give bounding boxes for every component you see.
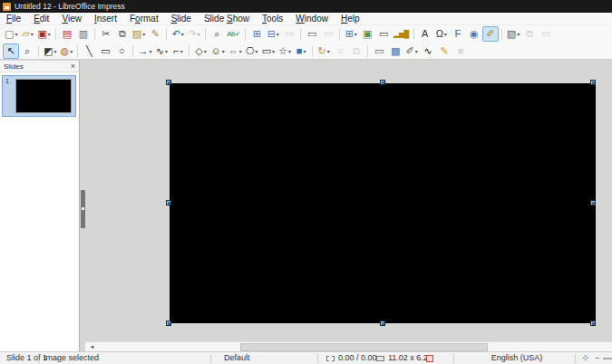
new-document-button[interactable]: ▢▾ <box>3 26 19 42</box>
new-slide-button[interactable]: ▧▾ <box>505 26 521 42</box>
save-button[interactable]: ▣▾ <box>35 26 52 42</box>
menu-file[interactable]: File <box>0 13 27 25</box>
selection-handle-top-right[interactable] <box>590 80 596 85</box>
find-and-replace-button[interactable]: ⌕ <box>209 26 225 42</box>
slide-thumbnail-1[interactable]: 1 <box>3 76 75 116</box>
insert-table-button[interactable]: ⊞▾ <box>343 26 359 42</box>
basic-shapes-button[interactable]: ◇▾ <box>192 43 209 59</box>
horizontal-scrollbar-thumb[interactable] <box>240 343 488 351</box>
flowchart-shapes-button[interactable]: ⎔▾ <box>244 43 260 59</box>
star-shapes-button[interactable]: ☆▾ <box>277 43 293 59</box>
symbol-shapes-button[interactable]: ☺▾ <box>209 43 226 59</box>
3d-objects-button[interactable]: ■▾ <box>293 43 309 59</box>
dropdown-arrow-icon[interactable]: ▾ <box>53 48 56 54</box>
dropdown-arrow-icon[interactable]: ▾ <box>222 48 225 54</box>
connectors-button[interactable]: ⌐▾ <box>170 43 186 59</box>
dropdown-arrow-icon[interactable]: ▾ <box>272 48 275 54</box>
menu-slide[interactable]: Slide <box>165 13 198 25</box>
line-color-button[interactable]: ◩▾ <box>42 43 58 59</box>
glue-points-button[interactable]: ✎ <box>436 43 452 59</box>
dropdown-arrow-icon[interactable]: ▾ <box>204 48 207 54</box>
selection-handle-bottom-left[interactable] <box>166 321 171 326</box>
dropdown-arrow-icon[interactable]: ▾ <box>303 48 306 54</box>
language-status[interactable]: English (USA) <box>462 352 571 364</box>
dropdown-arrow-icon[interactable]: ▾ <box>165 48 168 54</box>
selection-handle-middle-right[interactable] <box>590 200 596 206</box>
copy-button[interactable]: ⧉ <box>114 26 131 42</box>
menu-view[interactable]: View <box>55 13 88 25</box>
export-pdf-button[interactable]: ▤ <box>59 26 75 42</box>
zoom-out-icon[interactable]: − <box>595 352 599 364</box>
fit-slide-icon[interactable]: ⊹ <box>582 352 589 364</box>
selected-black-image[interactable] <box>170 83 596 323</box>
dropdown-arrow-icon[interactable]: ▾ <box>277 31 279 37</box>
dropdown-arrow-icon[interactable]: ▾ <box>444 31 447 37</box>
image-filter-button[interactable]: ✐▾ <box>403 43 420 59</box>
menu-tools[interactable]: Tools <box>256 13 289 25</box>
insert-text-box-button[interactable]: ▭ <box>375 26 392 42</box>
points-button[interactable]: ∿ <box>420 43 436 59</box>
selection-handle-bottom-center[interactable] <box>380 321 385 326</box>
lines-and-arrows-button[interactable]: →▾ <box>136 43 153 59</box>
insert-line-button[interactable]: ╲ <box>81 43 97 59</box>
selection-handle-middle-left[interactable] <box>166 200 171 206</box>
scroll-left-icon[interactable]: ◂ <box>87 342 97 351</box>
dropdown-arrow-icon[interactable]: ▾ <box>181 31 184 37</box>
menu-insert[interactable]: Insert <box>88 13 123 25</box>
dropdown-arrow-icon[interactable]: ▾ <box>256 48 258 54</box>
menu-window[interactable]: Window <box>289 13 335 25</box>
insert-hyperlink-button[interactable]: ◉ <box>466 26 482 42</box>
menu-edit[interactable]: Edit <box>27 13 55 25</box>
dropdown-arrow-icon[interactable]: ▾ <box>355 31 357 37</box>
print-button[interactable]: ▥ <box>75 26 92 42</box>
cut-button[interactable]: ✂ <box>98 26 114 42</box>
selection-handle-bottom-right[interactable] <box>590 321 596 326</box>
unsaved-changes-icon[interactable] <box>426 355 433 362</box>
fill-color-button[interactable]: ◍▾ <box>58 43 74 59</box>
ellipse-button[interactable]: ○ <box>113 43 130 59</box>
menu-help[interactable]: Help <box>335 13 366 25</box>
display-grid-button[interactable]: ⊞ <box>248 26 265 42</box>
open-file-button[interactable]: ▱▾ <box>19 26 35 42</box>
zoom-pan-button[interactable]: ⌕ <box>19 43 35 59</box>
dropdown-arrow-icon[interactable]: ▾ <box>198 31 200 37</box>
rotate-button[interactable]: ↻▾ <box>316 43 332 59</box>
zoom-slider[interactable] <box>603 358 612 359</box>
insert-chart-button[interactable]: ▂▅█ <box>392 26 410 42</box>
select-button[interactable]: ↖ <box>3 43 19 59</box>
dropdown-arrow-icon[interactable]: ▾ <box>15 31 17 37</box>
master-slide-button[interactable]: ▭ <box>304 26 320 42</box>
menu-format[interactable]: Format <box>123 13 165 25</box>
slide-thumbnail-image[interactable] <box>15 79 72 113</box>
dropdown-arrow-icon[interactable]: ▾ <box>327 48 330 54</box>
close-icon[interactable]: × <box>71 62 75 71</box>
insert-textbox-a-button[interactable]: A <box>417 26 433 42</box>
spelling-button[interactable]: Ab✓ <box>225 26 242 42</box>
dropdown-arrow-icon[interactable]: ▾ <box>142 31 145 37</box>
curve-polygon-button[interactable]: ∿▾ <box>153 43 170 59</box>
dropdown-arrow-icon[interactable]: ▾ <box>48 31 51 37</box>
dropdown-arrow-icon[interactable]: ▾ <box>517 31 520 37</box>
dropdown-arrow-icon[interactable]: ▾ <box>31 31 34 37</box>
template-name[interactable]: Default <box>224 352 250 364</box>
show-draw-functions-button[interactable]: ✐ <box>482 26 499 42</box>
callout-shapes-button[interactable]: ▭▾ <box>260 43 277 59</box>
workspace[interactable] <box>85 61 612 341</box>
crop-image-button[interactable]: ▩ <box>387 43 403 59</box>
undo-button[interactable]: ↶▾ <box>170 26 186 42</box>
display-views-button[interactable]: ⊟▾ <box>265 26 281 42</box>
rectangle-button[interactable]: ▭ <box>97 43 113 59</box>
insert-image-button[interactable]: ▣ <box>359 26 375 42</box>
dropdown-arrow-icon[interactable]: ▾ <box>415 48 418 54</box>
dropdown-arrow-icon[interactable]: ▾ <box>70 48 73 54</box>
paste-button[interactable]: ▨▾ <box>131 26 147 42</box>
horizontal-scrollbar[interactable]: ◂ <box>85 341 612 351</box>
insert-fontwork-button[interactable]: F <box>450 26 466 42</box>
block-arrows-button[interactable]: ⇔▾ <box>227 43 244 59</box>
dropdown-arrow-icon[interactable]: ▾ <box>288 48 291 54</box>
dropdown-arrow-icon[interactable]: ▾ <box>180 48 183 54</box>
dropdown-arrow-icon[interactable]: ▾ <box>149 48 151 54</box>
dropdown-arrow-icon[interactable]: ▾ <box>239 48 242 54</box>
clone-formatting-button[interactable]: ✎ <box>147 26 163 42</box>
selection-handle-top-center[interactable] <box>380 80 385 85</box>
